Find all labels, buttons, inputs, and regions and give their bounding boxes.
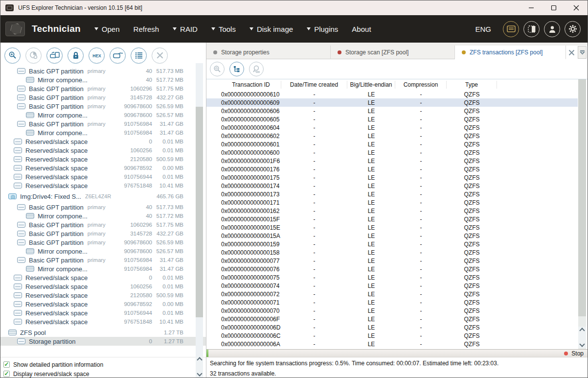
menu-open[interactable]: Open: [94, 25, 120, 33]
menu-refresh[interactable]: Refresh: [134, 25, 159, 33]
table-row[interactable]: 0x0000000000000158 - LE - QZFS: [206, 248, 578, 257]
tree-item[interactable]: Storage partition 0 1.27 TB: [0, 337, 206, 346]
language-selector[interactable]: ENG: [475, 25, 491, 33]
tab-storage-scan-zfs-pool-[interactable]: Storage scan [ZFS pool]: [331, 46, 455, 59]
tree-item[interactable]: Reserved/slack space 909678592 0.00 MB: [0, 300, 206, 308]
tab-list-dropdown-icon[interactable]: [578, 46, 587, 59]
table-row[interactable]: 0x0000000000000074 - LE - QZFS: [206, 282, 578, 290]
table-row[interactable]: 0x0000000000000605 - LE - QZFS: [206, 115, 578, 123]
table-row[interactable]: 0x0000000000000071 - LE - QZFS: [206, 298, 578, 307]
properties-list-icon[interactable]: [131, 47, 147, 64]
tree-item[interactable]: Basic GPT partition primary 40 517.73 MB: [0, 67, 206, 75]
tree-item[interactable]: Reserved/slack space 976751848 10.41 MB: [0, 181, 206, 190]
tree-item[interactable]: Basic GPT partition primary 909678600 52…: [0, 238, 206, 247]
table-row[interactable]: 0x000000000000006C - LE - QZFS: [206, 331, 578, 340]
decrypt-lock-icon[interactable]: [68, 47, 84, 64]
tree-item[interactable]: Basic GPT partition primary 910756984 31…: [0, 119, 206, 128]
column-header[interactable]: Type: [447, 81, 497, 89]
column-header[interactable]: Compression: [395, 81, 447, 89]
menu-about[interactable]: About: [352, 25, 371, 33]
table-row[interactable]: 0x000000000000006A - LE - QZFS: [206, 340, 578, 348]
layout-panel-icon[interactable]: [523, 21, 540, 37]
inspect-transaction-icon[interactable]: [249, 62, 264, 76]
tree-item[interactable]: Basic GPT partition primary 1060296 517.…: [0, 84, 206, 93]
scroll-down-icon[interactable]: [197, 371, 202, 376]
table-scrollbar-thumb[interactable]: [578, 79, 586, 316]
tree-item[interactable]: Reserved/slack space 910756944 0.01 MB: [0, 308, 206, 317]
hex-view-icon[interactable]: HEX: [89, 47, 105, 64]
tree-item[interactable]: Reserved/slack space 1060256 0.01 MB: [0, 146, 206, 155]
column-header[interactable]: Transaction ID: [206, 81, 281, 89]
menu-disk-image[interactable]: Disk image: [249, 25, 293, 33]
table-scrollbar[interactable]: [578, 79, 586, 349]
tree-item[interactable]: Reserved/slack space 2120580 500.59 MB: [0, 155, 206, 164]
tree-item[interactable]: Basic GPT partition primary 40 517.73 MB: [0, 203, 206, 212]
tree-item[interactable]: Basic GPT partition primary 1060296 517.…: [0, 220, 206, 229]
surface-scan-icon[interactable]: [25, 47, 42, 64]
tree-item[interactable]: Mirror compone... 910756984 31.47 GB: [0, 128, 206, 137]
tree-item[interactable]: Reserved/slack space 1060256 0.01 MB: [0, 282, 206, 291]
scroll-up-icon[interactable]: [197, 357, 202, 362]
user-icon[interactable]: [544, 21, 560, 37]
tree-item[interactable]: Reserved/slack space 2120580 500.59 MB: [0, 291, 206, 300]
message-panel-icon[interactable]: [503, 21, 519, 37]
tree-item[interactable]: Mirror compone... 40 517.72 MB: [0, 212, 206, 220]
tree-scrollbar-thumb[interactable]: [196, 107, 203, 317]
tree-view-icon[interactable]: [229, 62, 244, 76]
option-checkbox[interactable]: ✓ Display reserved/slack space: [3, 369, 206, 378]
tree-item[interactable]: Mirror compone... 909678600 526.57 MB: [0, 111, 206, 119]
table-row[interactable]: 0x0000000000000173 - LE - QZFS: [206, 190, 578, 198]
table-row[interactable]: 0x000000000000015E - LE - QZFS: [206, 223, 578, 232]
scroll-down-icon[interactable]: [579, 341, 585, 347]
table-row[interactable]: 0x0000000000000606 - LE - QZFS: [206, 107, 578, 115]
scroll-up-icon[interactable]: [579, 328, 585, 333]
tree-item[interactable]: Basic GPT partition primary 3145728 432.…: [0, 93, 206, 102]
table-row[interactable]: 0x0000000000000077 - LE - QZFS: [206, 257, 578, 265]
tree-item[interactable]: Reserved/slack space 0 0.01 MB: [0, 137, 206, 146]
close-storage-icon[interactable]: [152, 47, 168, 64]
option-checkbox[interactable]: ✓ Show detailed partition information: [3, 360, 206, 369]
table-row[interactable]: 0x0000000000000175 - LE - QZFS: [206, 173, 578, 182]
tree-item[interactable]: ZFS pool 1.27 TB: [0, 328, 206, 337]
table-row[interactable]: 0x0000000000000159 - LE - QZFS: [206, 240, 578, 248]
tab-zfs-transactions-zfs-pool-[interactable]: ZFS transactions [ZFS pool]: [455, 46, 566, 59]
find-transaction-icon[interactable]: [210, 62, 225, 76]
tree-item[interactable]: Mirror compone... 909678600 526.57 MB: [0, 247, 206, 256]
table-row[interactable]: 0x000000000000015A - LE - QZFS: [206, 232, 578, 240]
close-tab-icon[interactable]: [568, 49, 575, 56]
column-header[interactable]: Big/Little-endian: [347, 81, 395, 89]
menu-plugins[interactable]: Plugins: [307, 25, 338, 33]
table-row[interactable]: 0x0000000000000610 - LE - QZFS: [206, 90, 578, 98]
table-row[interactable]: 0x00000000000001F6 - LE - QZFS: [206, 157, 578, 165]
table-row[interactable]: 0x0000000000000174 - LE - QZFS: [206, 182, 578, 190]
menu-tools[interactable]: Tools: [211, 25, 236, 33]
save-image-icon[interactable]: [46, 47, 63, 64]
table-row[interactable]: 0x0000000000000602 - LE - QZFS: [206, 132, 578, 140]
table-row[interactable]: 0x0000000000000600 - LE - QZFS: [206, 148, 578, 157]
tab-storage-properties[interactable]: Storage properties: [206, 46, 331, 59]
tree-item[interactable]: Mirror compone... 40 517.72 MB: [0, 75, 206, 84]
table-row[interactable]: 0x0000000000000072 - LE - QZFS: [206, 290, 578, 298]
tree-item[interactable]: Mirror compone... 910756984 31.47 GB: [0, 264, 206, 273]
tree-item[interactable]: Reserved/slack space 976751848 10.41 MB: [0, 317, 206, 326]
table-row[interactable]: 0x000000000000015F - LE - QZFS: [206, 215, 578, 223]
stop-button[interactable]: Stop: [564, 350, 584, 357]
column-header[interactable]: Date/Time created: [281, 81, 347, 89]
close-button[interactable]: [565, 0, 588, 15]
table-row[interactable]: 0x0000000000000601 - LE - QZFS: [206, 140, 578, 148]
tree-item[interactable]: Basic GPT partition primary 910756984 31…: [0, 256, 206, 264]
tree-item[interactable]: Basic GPT partition primary 3145728 432.…: [0, 229, 206, 238]
tree-scrollbar[interactable]: [196, 63, 203, 378]
table-row[interactable]: 0x0000000000000070 - LE - QZFS: [206, 307, 578, 315]
table-row[interactable]: 0x0000000000000171 - LE - QZFS: [206, 198, 578, 207]
open-image-icon[interactable]: [110, 47, 126, 64]
scan-search-icon[interactable]: [4, 47, 21, 64]
table-row[interactable]: 0x000000000000006D - LE - QZFS: [206, 323, 578, 331]
table-row[interactable]: 0x0000000000000075 - LE - QZFS: [206, 273, 578, 282]
tree-item[interactable]: Reserved/slack space 910756944 0.01 MB: [0, 172, 206, 181]
table-row[interactable]: 0x0000000000000076 - LE - QZFS: [206, 265, 578, 273]
tree-item[interactable]: Basic GPT partition primary 909678600 52…: [0, 102, 206, 111]
table-row[interactable]: 0x0000000000000609 - LE - QZFS: [206, 98, 578, 107]
menu-raid[interactable]: RAID: [173, 25, 198, 33]
table-row[interactable]: 0x0000000000000176 - LE - QZFS: [206, 165, 578, 173]
